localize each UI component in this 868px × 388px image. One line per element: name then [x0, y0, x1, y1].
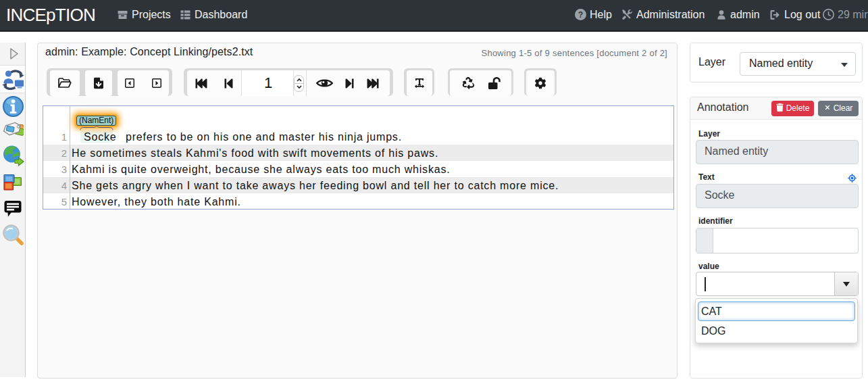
svg-text:?: ?: [578, 10, 583, 20]
